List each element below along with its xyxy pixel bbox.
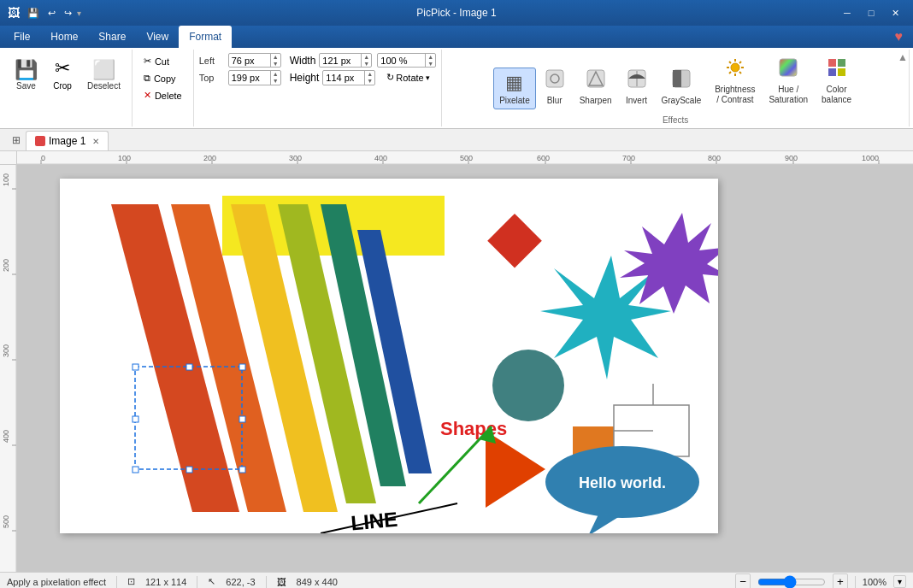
percent-up-btn[interactable]: ▲ xyxy=(426,54,435,61)
blur-button[interactable]: Blur xyxy=(538,64,572,109)
ruler-row: 0 100 200 300 400 500 600 700 800 900 xyxy=(0,151,913,165)
copy-button[interactable]: ⧉ Copy xyxy=(138,70,188,86)
left-row: Left ▲ ▼ Width ▲ ▼ xyxy=(199,53,437,68)
zoom-out-button[interactable]: − xyxy=(735,573,751,588)
ribbon-group-edit: ✂ Cut ⧉ Copy ✕ Delete xyxy=(133,50,194,126)
height-label: Height xyxy=(290,72,320,84)
top-label: Top xyxy=(199,73,227,83)
maximize-button[interactable]: □ xyxy=(860,4,882,21)
svg-text:700: 700 xyxy=(622,154,635,162)
undo-button[interactable]: ↩ xyxy=(44,6,59,21)
crop-button[interactable]: ✂ Crop xyxy=(45,53,80,95)
pixelate-button[interactable]: ▦ Pixelate xyxy=(493,68,536,109)
svg-text:Shapes: Shapes xyxy=(440,418,507,439)
width-input[interactable] xyxy=(320,55,361,67)
hue-button[interactable]: Hue /Saturation xyxy=(763,53,814,109)
delete-button[interactable]: ✕ Delete xyxy=(138,87,188,103)
height-spin: ▲ ▼ xyxy=(364,71,374,84)
status-sep-2 xyxy=(197,576,197,588)
sharpen-button[interactable]: Sharpen xyxy=(574,64,618,109)
main-actions: 💾 Save ✂ Crop ⬜ Deselect xyxy=(9,53,127,109)
top-input[interactable] xyxy=(229,72,270,84)
canvas-body: 100 200 300 400 500 xyxy=(0,165,913,572)
svg-rect-86 xyxy=(186,364,192,370)
tab-color-indicator xyxy=(35,136,45,146)
width-up-btn[interactable]: ▲ xyxy=(362,54,371,61)
pixelate-label: Pixelate xyxy=(499,96,530,105)
svg-text:600: 600 xyxy=(537,154,550,162)
minimize-button[interactable]: ─ xyxy=(836,4,858,21)
tab-close-button[interactable]: ✕ xyxy=(92,137,99,146)
ruler-vertical: 100 200 300 400 500 xyxy=(0,165,17,572)
svg-text:200: 200 xyxy=(203,154,216,162)
brightness-label: Brightness/ Contrast xyxy=(715,85,755,105)
percent-input[interactable] xyxy=(378,55,425,67)
cut-icon: ✂ xyxy=(144,56,151,67)
status-right: − + 100% ▾ xyxy=(735,573,906,588)
deselect-label: Deselect xyxy=(87,81,121,91)
height-down-btn[interactable]: ▼ xyxy=(365,78,374,85)
left-input[interactable] xyxy=(229,55,270,67)
svg-text:300: 300 xyxy=(2,344,10,357)
dimensions-icon: ⊡ xyxy=(127,576,135,587)
width-spin: ▲ ▼ xyxy=(361,54,371,67)
crop-label: Crop xyxy=(53,81,72,91)
ribbon-collapse-button[interactable]: ▲ xyxy=(898,51,908,63)
save-qs-button[interactable]: 💾 xyxy=(24,6,43,21)
svg-point-7 xyxy=(731,63,739,72)
zoom-in-button[interactable]: + xyxy=(833,573,848,588)
redo-button[interactable]: ↪ xyxy=(61,6,75,21)
ribbon-group-position: Left ▲ ▼ Width ▲ ▼ xyxy=(194,50,443,126)
save-label: Save xyxy=(16,81,36,91)
left-down-btn[interactable]: ▼ xyxy=(271,61,280,68)
rotate-button[interactable]: ↻ Rotate ▾ xyxy=(380,69,435,85)
svg-text:500: 500 xyxy=(2,515,10,528)
left-label: Left xyxy=(199,56,227,66)
tab-image1[interactable]: Image 1 ✕ xyxy=(26,131,109,150)
svg-rect-45 xyxy=(0,165,17,572)
zoom-slider[interactable] xyxy=(757,575,826,589)
height-input[interactable] xyxy=(323,72,364,84)
top-down-btn[interactable]: ▼ xyxy=(271,78,280,85)
grayscale-button[interactable]: GrayScale xyxy=(656,64,708,109)
top-up-btn[interactable]: ▲ xyxy=(271,71,280,78)
zoom-level: 100% xyxy=(863,577,886,587)
svg-text:800: 800 xyxy=(708,154,721,162)
deselect-button[interactable]: ⬜ Deselect xyxy=(81,56,127,95)
zoom-reset-button[interactable]: ▾ xyxy=(893,575,906,588)
percent-down-btn[interactable]: ▼ xyxy=(426,61,435,68)
save-button[interactable]: 💾 Save xyxy=(9,56,44,95)
delete-icon: ✕ xyxy=(144,90,151,101)
width-down-btn[interactable]: ▼ xyxy=(362,61,371,68)
svg-line-12 xyxy=(729,62,731,63)
svg-text:400: 400 xyxy=(374,154,387,162)
close-button[interactable]: ✕ xyxy=(884,4,906,21)
menu-home[interactable]: Home xyxy=(40,26,88,48)
grayscale-label: GrayScale xyxy=(662,96,702,105)
percent-spin: ▲ ▼ xyxy=(425,54,435,67)
favorite-heart: ♥ xyxy=(895,26,910,48)
invert-icon xyxy=(627,68,647,94)
invert-label: Invert xyxy=(626,96,647,105)
brightness-button[interactable]: Brightness/ Contrast xyxy=(709,53,761,109)
menu-format[interactable]: Format xyxy=(179,26,232,48)
invert-button[interactable]: Invert xyxy=(620,64,654,109)
menu-file[interactable]: File xyxy=(3,26,40,48)
blur-icon xyxy=(545,68,565,94)
top-input-wrap: ▲ ▼ xyxy=(228,70,281,85)
cut-button[interactable]: ✂ Cut xyxy=(138,53,188,69)
rotate-label: Rotate xyxy=(396,73,423,83)
colorbalance-button[interactable]: Colorbalance xyxy=(816,53,857,109)
image-svg: Shapes LINE Curved Arrow with text xyxy=(60,179,718,533)
menu-share[interactable]: Share xyxy=(88,26,136,48)
svg-text:500: 500 xyxy=(460,154,473,162)
height-up-btn[interactable]: ▲ xyxy=(365,71,374,78)
edit-small-buttons: ✂ Cut ⧉ Copy ✕ Delete xyxy=(138,53,188,103)
left-up-btn[interactable]: ▲ xyxy=(271,54,280,61)
status-bar: Apply a pixelation effect ⊡ 121 x 114 ↖ … xyxy=(0,572,913,588)
hue-icon xyxy=(778,57,798,83)
tabs-grid-button[interactable]: ⊞ xyxy=(7,129,26,150)
effects-label: Effects xyxy=(442,115,909,125)
svg-text:400: 400 xyxy=(2,430,10,443)
menu-view[interactable]: View xyxy=(136,26,179,48)
